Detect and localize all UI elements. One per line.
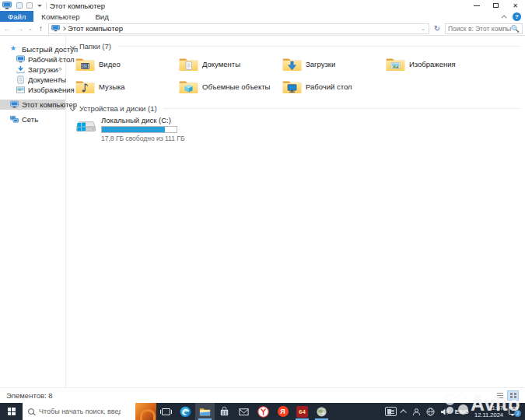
taskbar-search-input[interactable] — [39, 408, 121, 415]
user-tray-icon[interactable] — [412, 408, 421, 416]
folder-tile-3d-objects[interactable]: Объемные объекты — [177, 75, 281, 98]
sidebar-item-label: Сеть — [22, 115, 38, 124]
sidebar-item-network[interactable]: Сеть — [0, 114, 65, 124]
search-icon[interactable]: 🔍 — [511, 25, 520, 33]
screen: Этот компьютер ✕ Файл Компьютер Вид ? ← … — [0, 0, 525, 420]
qat-customize-chevron-icon[interactable] — [34, 2, 44, 10]
back-icon[interactable]: ← — [2, 24, 12, 33]
taskbar-app-store[interactable] — [215, 403, 234, 420]
folder-tile-video[interactable]: Видео — [74, 53, 177, 75]
downloads-folder-icon — [282, 56, 302, 72]
folder-label: Музыка — [99, 82, 125, 91]
collapse-chevron-icon[interactable] — [70, 105, 75, 110]
task-view-button[interactable] — [156, 403, 176, 420]
quick-access-star-icon: ★ — [10, 45, 19, 54]
notification-badge: 2 — [514, 410, 521, 417]
help-icon[interactable]: ? — [513, 12, 521, 21]
news-widget-icon[interactable] — [385, 407, 397, 416]
network-globe-icon[interactable] — [426, 408, 435, 416]
group-header-folders[interactable]: Папки (7) — [71, 40, 520, 51]
address-dropdown-icon[interactable]: ⌄ — [420, 26, 426, 32]
close-button[interactable]: ✕ — [506, 0, 525, 11]
disk-usage-fill — [102, 127, 165, 132]
file-explorer-icon — [199, 406, 211, 418]
sidebar-item-desktop[interactable]: Рабочий стол — [0, 54, 65, 65]
store-icon — [219, 406, 230, 418]
recent-locations-icon[interactable]: ⌄ — [27, 26, 33, 32]
folder-tile-documents[interactable]: Документы — [177, 53, 281, 75]
taskbar-app-edge[interactable] — [176, 403, 195, 420]
folder-tile-music[interactable]: Музыка — [74, 75, 177, 98]
expand-ribbon-icon[interactable] — [502, 15, 507, 20]
documents-folder-icon — [179, 56, 198, 72]
language-indicator[interactable]: ENG — [455, 408, 469, 415]
explorer-search-input[interactable] — [448, 25, 511, 33]
pin-icon — [57, 87, 62, 93]
collapse-chevron-icon[interactable] — [70, 43, 75, 48]
window-title: Этот компьютер — [50, 2, 105, 10]
folder-label: Видео — [99, 60, 121, 68]
sidebar-item-documents[interactable]: Документы — [0, 75, 65, 85]
address-box[interactable]: Этот компьютер ⌄ — [48, 23, 429, 34]
hidden-icons-chevron-icon[interactable] — [400, 409, 406, 415]
desktop-icon — [16, 55, 25, 64]
clock[interactable]: 21:07 12.11.2024 — [474, 404, 503, 419]
group-header-devices[interactable]: Устройства и диски (1) — [71, 103, 520, 114]
taskbar-app-mail[interactable] — [234, 403, 254, 420]
edge-icon — [180, 406, 191, 418]
maximize-button[interactable] — [486, 0, 506, 11]
tray-date: 12.11.2024 — [474, 411, 503, 418]
sidebar-item-quick-access[interactable]: ★ Быстрый доступ — [0, 44, 65, 54]
folder-label: Рабочий стол — [306, 82, 352, 91]
qat-properties-icon[interactable] — [14, 2, 24, 10]
taskbar-app-yandex[interactable]: Я — [273, 403, 292, 420]
music-folder-icon — [75, 79, 95, 95]
taskbar-search[interactable] — [23, 403, 156, 420]
search-highlight-image[interactable] — [135, 403, 156, 420]
pin-icon — [57, 57, 62, 62]
refresh-icon[interactable]: ↻ — [432, 24, 443, 33]
group-label: Папки (7) — [79, 42, 111, 51]
folder-label: Документы — [202, 60, 240, 68]
thumbnails-view-button[interactable] — [507, 390, 519, 401]
items-view: Папки (7) Видео — [66, 36, 525, 387]
folder-label: Объемные объекты — [202, 82, 270, 91]
start-button[interactable] — [0, 403, 23, 420]
sidebar-item-pictures[interactable]: Изображения — [0, 85, 65, 95]
folder-tile-pictures[interactable]: Изображения — [384, 53, 488, 75]
game-planet-icon — [316, 406, 327, 418]
group-label: Устройства и диски (1) — [79, 104, 157, 113]
tab-computer[interactable]: Компьютер — [33, 11, 87, 22]
drive-tile-c[interactable]: Локальный диск (C:) 17,8 ГБ свободно из … — [75, 116, 525, 142]
volume-icon[interactable] — [440, 408, 450, 416]
taskbar-app-explorer[interactable] — [195, 403, 215, 420]
action-center-button[interactable]: 2 — [509, 406, 521, 417]
pictures-icon — [16, 86, 25, 94]
qat-new-folder-icon[interactable] — [24, 2, 34, 10]
sidebar-item-this-pc[interactable]: Этот компьютер — [0, 100, 65, 110]
minimize-button[interactable] — [467, 0, 486, 11]
app-64-icon: 64 — [296, 406, 308, 418]
folder-tile-downloads[interactable]: Загрузки — [281, 53, 384, 75]
explorer-search[interactable]: 🔍 — [445, 23, 523, 34]
tab-file[interactable]: Файл — [0, 11, 33, 22]
up-icon[interactable]: ↑ — [36, 24, 46, 33]
local-disk-icon — [75, 117, 96, 135]
taskbar-app-64[interactable]: 64 — [292, 403, 312, 420]
pin-icon — [57, 67, 62, 72]
mail-icon — [238, 406, 250, 418]
pin-icon — [57, 77, 62, 82]
windows-logo-icon — [8, 408, 16, 415]
tab-view[interactable]: Вид — [88, 11, 117, 22]
forward-icon[interactable]: → — [15, 24, 25, 33]
drive-free-space: 17,8 ГБ свободно из 111 ГБ — [101, 135, 184, 142]
taskbar-app-yandex-browser[interactable] — [254, 403, 273, 420]
drive-name: Локальный диск (C:) — [101, 116, 184, 124]
details-view-button[interactable] — [494, 390, 506, 401]
sidebar-item-downloads[interactable]: Загрузки — [0, 65, 65, 75]
taskbar-app-game[interactable] — [312, 403, 331, 420]
desktop-folder-icon — [282, 79, 302, 95]
breadcrumb[interactable]: Этот компьютер — [68, 24, 123, 33]
folder-label: Загрузки — [306, 60, 335, 68]
folder-tile-desktop[interactable]: Рабочий стол — [281, 75, 384, 98]
